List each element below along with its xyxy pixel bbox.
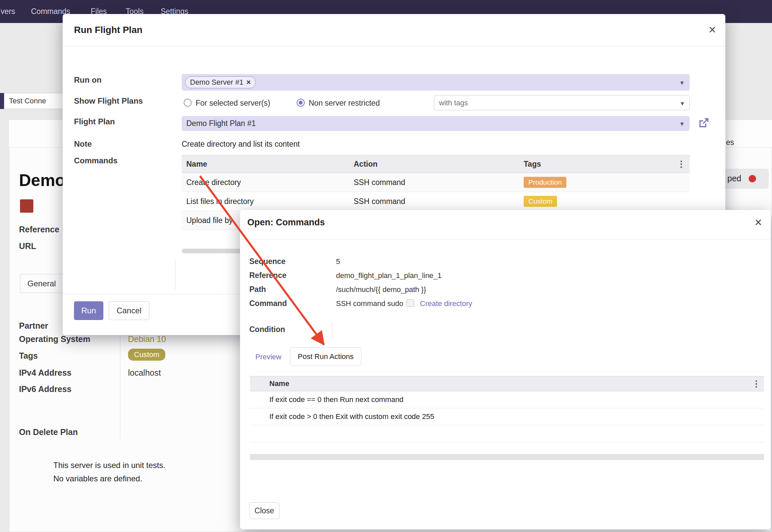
form-separator-line bbox=[175, 260, 175, 290]
reference-field-label: Reference bbox=[249, 271, 286, 280]
chip-remove-icon[interactable]: × bbox=[246, 78, 251, 87]
commands-modal-header-divider bbox=[240, 239, 771, 239]
tags-badge: Custom bbox=[128, 349, 165, 361]
table-row[interactable]: List files in directory SSH command Cust… bbox=[182, 192, 690, 211]
show-flight-plans-label: Show Flight Plans bbox=[74, 96, 143, 106]
operating-system-label: Operating System bbox=[19, 334, 90, 344]
table-options-icon[interactable]: ⋮ bbox=[677, 159, 686, 169]
open-commands-modal: Open: Commands × Sequence 5 Reference de… bbox=[240, 210, 771, 529]
table-row[interactable]: Create directory SSH command Production bbox=[182, 173, 690, 192]
server-chip-label: Demo Server #1 bbox=[190, 78, 243, 87]
plan-description: Create directory and list its content bbox=[182, 140, 300, 149]
external-link-icon[interactable] bbox=[697, 117, 710, 129]
row-name: If exit code > 0 then Exit with custom e… bbox=[269, 412, 434, 421]
tag-production: Production bbox=[524, 177, 566, 188]
radio-non-server-restricted[interactable] bbox=[297, 99, 305, 107]
sudo-checkbox[interactable] bbox=[407, 299, 414, 307]
run-modal-title: Run Flight Plan bbox=[74, 25, 142, 35]
nav-item-servers[interactable]: vers bbox=[1, 0, 15, 23]
column-header-name[interactable]: Name bbox=[269, 379, 289, 388]
page-title: Demo bbox=[19, 171, 65, 190]
table-header-row: Name Action Tags ⋮ bbox=[182, 155, 690, 173]
run-modal-header-divider bbox=[63, 46, 725, 46]
button-group-fragment bbox=[0, 93, 4, 109]
flight-plan-label: Flight Plan bbox=[74, 117, 115, 126]
condition-label: Condition bbox=[249, 325, 285, 334]
row-name: Create directory bbox=[186, 178, 241, 187]
row-action: SSH command bbox=[354, 197, 405, 206]
run-button[interactable]: Run bbox=[74, 301, 103, 320]
status-badge-label: ped bbox=[727, 174, 741, 183]
table-options-icon[interactable]: ⋮ bbox=[752, 379, 761, 389]
path-value: /such/much/{{ demo_path }} bbox=[336, 285, 426, 294]
note-label: Note bbox=[74, 139, 92, 149]
partner-label: Partner bbox=[19, 321, 48, 331]
tab-post-run-actions[interactable]: Post Run Actions bbox=[290, 347, 361, 366]
server-chip[interactable]: Demo Server #1 × bbox=[185, 76, 256, 88]
horizontal-scrollbar[interactable] bbox=[250, 454, 764, 460]
flight-plan-value: Demo Flight Plan #1 bbox=[186, 119, 256, 128]
table-row[interactable]: If exit code == 0 then Run next command bbox=[250, 391, 764, 408]
status-dot-icon bbox=[749, 175, 756, 182]
screen: vers Commands Files Tools Settings Test … bbox=[0, 0, 772, 532]
radio-for-selected-servers-label: For selected server(s) bbox=[196, 99, 270, 108]
chevron-down-icon: ▾ bbox=[680, 120, 684, 127]
row-tag: Production bbox=[524, 177, 566, 188]
header-text-fragment: es bbox=[726, 138, 734, 147]
row-name: List files in directory bbox=[186, 197, 254, 206]
variables-note: No variables are defined. bbox=[53, 474, 142, 483]
chevron-down-icon: ▾ bbox=[680, 79, 684, 86]
sequence-label: Sequence bbox=[249, 257, 286, 266]
run-on-label: Run on bbox=[74, 75, 102, 85]
tags-label: Tags bbox=[19, 351, 38, 361]
flight-plan-select[interactable]: Demo Flight Plan #1 ▾ bbox=[182, 116, 690, 131]
create-directory-link[interactable]: Create directory bbox=[420, 299, 472, 308]
test-connection-button[interactable]: Test Conne bbox=[4, 93, 65, 109]
tab-general[interactable]: General bbox=[20, 274, 63, 293]
cancel-button[interactable]: Cancel bbox=[109, 301, 149, 320]
column-header-name[interactable]: Name bbox=[186, 160, 207, 169]
tag-custom: Custom bbox=[524, 196, 557, 207]
color-swatch[interactable] bbox=[20, 199, 33, 213]
ipv4-label: IPv4 Address bbox=[19, 368, 71, 378]
path-label: Path bbox=[249, 285, 266, 294]
commands-modal-title: Open: Commands bbox=[247, 217, 325, 228]
table-header-row: Name ⋮ bbox=[250, 376, 764, 391]
row-name: Upload file by bbox=[186, 216, 233, 225]
unit-test-note: This server is used in unit tests. bbox=[53, 461, 165, 470]
on-delete-plan-label: On Delete Plan bbox=[19, 427, 78, 437]
radio-non-server-restricted-label: Non server restricted bbox=[309, 99, 380, 108]
chevron-down-icon: ▾ bbox=[681, 100, 684, 107]
form-column-divider bbox=[120, 318, 120, 438]
url-label: URL bbox=[19, 241, 36, 251]
reference-label: Reference bbox=[19, 225, 59, 234]
run-modal-close-icon[interactable]: × bbox=[709, 23, 716, 36]
column-header-action[interactable]: Action bbox=[354, 160, 378, 169]
with-tags-value: with tags bbox=[439, 99, 468, 107]
column-header-tags[interactable]: Tags bbox=[524, 160, 541, 169]
command-value: SSH command sudo bbox=[336, 299, 403, 308]
tab-preview[interactable]: Preview bbox=[255, 353, 281, 361]
commands-label: Commands bbox=[74, 156, 118, 165]
radio-for-selected-servers[interactable] bbox=[184, 99, 192, 107]
post-run-actions-table: Name ⋮ If exit code == 0 then Run next c… bbox=[250, 376, 764, 442]
run-on-select[interactable]: Demo Server #1 × ▾ bbox=[182, 74, 690, 91]
command-label: Command bbox=[249, 299, 287, 308]
empty-table-row bbox=[250, 425, 764, 442]
commands-modal-close-icon[interactable]: × bbox=[755, 216, 762, 229]
table-row[interactable]: If exit code > 0 then Exit with custom e… bbox=[250, 408, 764, 425]
row-name: If exit code == 0 then Run next command bbox=[269, 395, 403, 404]
sequence-value: 5 bbox=[336, 257, 340, 266]
condition-field-separator bbox=[332, 322, 332, 338]
reference-field-value: demo_flight_plan_1_plan_line_1 bbox=[336, 271, 442, 280]
close-button[interactable]: Close bbox=[249, 502, 279, 519]
ipv6-label: IPv6 Address bbox=[19, 384, 71, 394]
row-tag: Custom bbox=[524, 196, 557, 207]
operating-system-value[interactable]: Debian 10 bbox=[128, 334, 166, 344]
with-tags-select[interactable]: with tags ▾ bbox=[434, 95, 690, 110]
row-action: SSH command bbox=[354, 178, 405, 187]
ipv4-value: localhost bbox=[128, 368, 161, 378]
